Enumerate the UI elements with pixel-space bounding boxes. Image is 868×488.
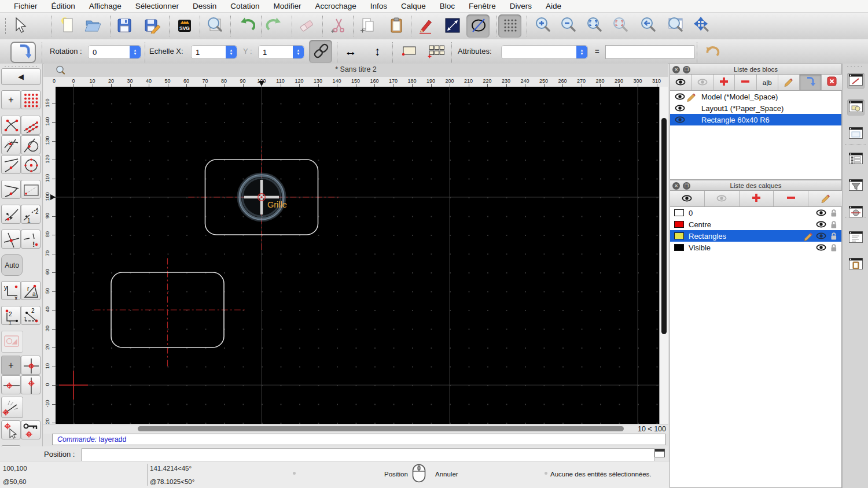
edit-layer-button[interactable] bbox=[808, 191, 843, 206]
menu-divers[interactable]: Divers bbox=[503, 2, 539, 10]
redo-button[interactable] bbox=[262, 14, 285, 38]
snap-endpoints-button[interactable] bbox=[1, 116, 21, 135]
grid-toggle-button[interactable] bbox=[498, 14, 521, 38]
snap-reference-button[interactable] bbox=[21, 180, 41, 199]
command-line[interactable]: Commande: layeradd bbox=[52, 434, 665, 445]
close-panel-button[interactable]: ✕ bbox=[672, 66, 680, 73]
snap-tangent-button[interactable] bbox=[21, 135, 41, 154]
restrict-center-button[interactable] bbox=[21, 356, 41, 375]
block-row[interactable]: Rectangle 60x40 R6 bbox=[670, 114, 841, 125]
print-preview-button[interactable] bbox=[203, 14, 226, 38]
lock-relative-zero-button[interactable] bbox=[21, 420, 41, 439]
menu-dessin[interactable]: Dessin bbox=[186, 2, 223, 10]
save-as-button[interactable] bbox=[140, 14, 163, 38]
palette-drag-handle[interactable] bbox=[3, 65, 38, 67]
edit-block-button[interactable] bbox=[778, 75, 800, 90]
snap-distance-button[interactable] bbox=[1, 205, 21, 224]
snap-nearest-button[interactable] bbox=[1, 155, 21, 174]
hide-all-blocks-button[interactable] bbox=[692, 75, 713, 90]
paste-button[interactable] bbox=[384, 14, 407, 38]
stepper-icon[interactable]: ▲▼ bbox=[293, 46, 304, 58]
restrict-horizontal-button[interactable] bbox=[1, 375, 21, 394]
save-button[interactable] bbox=[112, 14, 135, 38]
snap-center-button[interactable] bbox=[21, 155, 41, 174]
snap-intersection-manual-button[interactable]: ! bbox=[21, 230, 41, 249]
add-block-button[interactable] bbox=[713, 75, 735, 90]
rotate-insert-button[interactable] bbox=[10, 42, 36, 63]
show-all-blocks-button[interactable] bbox=[670, 75, 692, 90]
stepper-icon[interactable]: ▲▼ bbox=[576, 46, 587, 58]
layer-lock-icon[interactable] bbox=[830, 232, 841, 241]
horizontal-scrollbar[interactable]: 10 < 100 bbox=[43, 424, 668, 434]
layer-row[interactable]: 0 bbox=[670, 207, 841, 219]
menu-fentre[interactable]: Fenêtre bbox=[462, 2, 503, 10]
snap-free-button[interactable]: + bbox=[1, 90, 21, 109]
block-visibility-eye-icon[interactable] bbox=[675, 105, 685, 112]
array-insert-button[interactable] bbox=[425, 40, 447, 63]
ellipse-tool-button[interactable] bbox=[466, 14, 490, 38]
menu-dition[interactable]: Édition bbox=[45, 2, 82, 10]
panel-plugins-toggle-button[interactable] bbox=[847, 205, 865, 221]
command-window-toggle-button[interactable] bbox=[654, 449, 665, 457]
layer-row[interactable]: Centre bbox=[670, 219, 841, 230]
collapse-back-button[interactable]: ◀ bbox=[1, 68, 41, 85]
block-row[interactable]: Layout1 (*Paper_Space) bbox=[670, 102, 841, 114]
reset-attributes-button[interactable] bbox=[700, 40, 723, 63]
stepper-icon[interactable]: ▲▼ bbox=[130, 46, 141, 58]
restrict-preview-button[interactable] bbox=[1, 331, 23, 353]
flip-horizontal-button[interactable]: ↔ bbox=[340, 40, 361, 63]
menu-modifier[interactable]: Modifier bbox=[266, 2, 308, 10]
layer-color-swatch[interactable] bbox=[674, 244, 684, 251]
layer-visibility-eye-icon[interactable] bbox=[816, 232, 830, 239]
vertical-scrollbar-thumb[interactable] bbox=[661, 118, 667, 334]
remove-block-button[interactable] bbox=[735, 75, 756, 90]
block-visibility-eye-icon[interactable] bbox=[675, 93, 685, 100]
snap-divide-button[interactable]: 12 bbox=[21, 205, 41, 224]
panel-library-toggle-button[interactable] bbox=[847, 126, 865, 142]
menu-accrochage[interactable]: Accrochage bbox=[308, 2, 363, 10]
zoom-in-button[interactable] bbox=[531, 14, 554, 38]
set-relative-zero-button[interactable] bbox=[1, 420, 21, 439]
menu-fichier[interactable]: Fichier bbox=[7, 2, 45, 10]
scale-y-combo[interactable]: 1▲▼ bbox=[258, 45, 304, 59]
delete-block-button[interactable] bbox=[822, 75, 843, 90]
restrict-nothing-button[interactable]: + bbox=[1, 356, 21, 375]
strip-drag-handle[interactable] bbox=[846, 66, 865, 68]
menu-affichage[interactable]: Affichage bbox=[82, 2, 128, 10]
rename-block-button[interactable]: a|b bbox=[757, 75, 778, 90]
draw-pencil-button[interactable] bbox=[413, 14, 436, 38]
attributes-combo[interactable]: ▲▼ bbox=[501, 45, 588, 59]
layer-visibility-eye-icon[interactable] bbox=[816, 221, 830, 228]
hide-all-layers-button[interactable] bbox=[705, 191, 740, 206]
layer-visibility-eye-icon[interactable] bbox=[816, 244, 830, 251]
show-all-layers-button[interactable] bbox=[670, 191, 705, 206]
menu-infos[interactable]: Infos bbox=[363, 2, 394, 10]
layer-lock-icon[interactable] bbox=[830, 220, 841, 229]
single-insert-button[interactable] bbox=[398, 40, 420, 63]
scale-x-combo[interactable]: 1▲▼ bbox=[191, 45, 237, 59]
flip-vertical-button[interactable]: ↕ bbox=[367, 40, 388, 63]
close-panel-button[interactable]: ✕ bbox=[672, 182, 680, 190]
layer-lock-icon[interactable] bbox=[830, 243, 841, 252]
open-document-button[interactable] bbox=[80, 14, 104, 38]
layer-visibility-eye-icon[interactable] bbox=[816, 209, 830, 216]
line-tool-button[interactable] bbox=[440, 14, 464, 38]
layer-color-swatch[interactable] bbox=[674, 209, 684, 216]
insert-block-button[interactable] bbox=[800, 75, 821, 90]
menu-cotation[interactable]: Cotation bbox=[223, 2, 266, 10]
layer-row[interactable]: Visible bbox=[670, 242, 841, 253]
eraser-button[interactable] bbox=[295, 14, 318, 38]
block-row[interactable]: Model (*Model_Space) bbox=[670, 91, 841, 102]
menu-aide[interactable]: Aide bbox=[539, 2, 568, 10]
link-scales-button[interactable] bbox=[309, 40, 332, 63]
attribute-value-input[interactable] bbox=[605, 45, 694, 59]
block-visibility-eye-icon[interactable] bbox=[675, 116, 685, 123]
zoom-selection-button[interactable] bbox=[609, 14, 632, 38]
layer-row[interactable]: Rectangles bbox=[670, 230, 841, 242]
detach-panel-button[interactable]: ❐ bbox=[683, 182, 690, 190]
snap-auto-button[interactable]: Auto bbox=[1, 254, 23, 276]
remove-layer-button[interactable] bbox=[774, 191, 808, 206]
vertical-scrollbar[interactable] bbox=[659, 87, 668, 424]
selection-arrow-button[interactable] bbox=[7, 14, 30, 38]
panel-blocks-toggle-button[interactable] bbox=[847, 99, 865, 116]
